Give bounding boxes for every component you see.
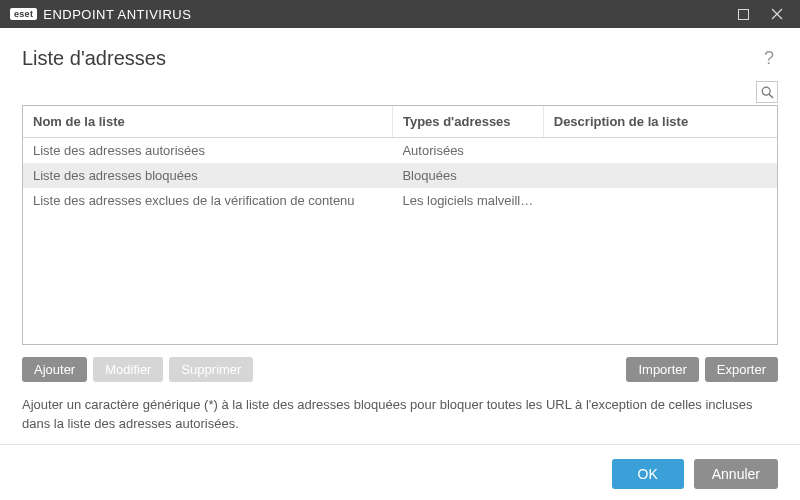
cell-type: Bloquées [392, 163, 543, 188]
cell-desc [543, 138, 777, 164]
cancel-button[interactable]: Annuler [694, 459, 778, 489]
add-button[interactable]: Ajouter [22, 357, 87, 382]
delete-button: Supprimer [169, 357, 253, 382]
col-name[interactable]: Nom de la liste [23, 106, 392, 138]
address-list-table: Nom de la liste Types d'adresses Descrip… [22, 105, 778, 345]
import-button[interactable]: Importer [626, 357, 698, 382]
dialog-footer: OK Annuler [0, 444, 800, 500]
list-actions-row: Ajouter Modifier Supprimer Importer Expo… [22, 357, 778, 382]
page-title: Liste d'adresses [22, 47, 166, 70]
cell-name: Liste des adresses exclues de la vérific… [23, 188, 392, 213]
table-row[interactable]: Liste des adresses bloquées Bloquées [23, 163, 777, 188]
edit-button: Modifier [93, 357, 163, 382]
cell-type: Les logiciels malveillants t... [392, 188, 543, 213]
hint-text: Ajouter un caractère générique (*) à la … [22, 396, 778, 434]
close-icon[interactable] [760, 0, 794, 28]
help-icon[interactable]: ? [760, 44, 778, 73]
table-row[interactable]: Liste des adresses exclues de la vérific… [23, 188, 777, 213]
svg-rect-0 [738, 9, 748, 19]
col-desc[interactable]: Description de la liste [543, 106, 777, 138]
export-button[interactable]: Exporter [705, 357, 778, 382]
brand-badge: eset [10, 8, 37, 20]
titlebar: eset ENDPOINT ANTIVIRUS [0, 0, 800, 28]
table-header-row: Nom de la liste Types d'adresses Descrip… [23, 106, 777, 138]
search-icon[interactable] [756, 81, 778, 103]
cell-name: Liste des adresses autorisées [23, 138, 392, 164]
cell-desc [543, 188, 777, 213]
cell-desc [543, 163, 777, 188]
table-row[interactable]: Liste des adresses autorisées Autorisées [23, 138, 777, 164]
app-title: ENDPOINT ANTIVIRUS [43, 7, 191, 22]
ok-button[interactable]: OK [612, 459, 684, 489]
col-type[interactable]: Types d'adresses [392, 106, 543, 138]
dialog-header: Liste d'adresses ? [0, 28, 800, 81]
svg-line-4 [769, 94, 773, 98]
svg-point-3 [762, 87, 770, 95]
cell-name: Liste des adresses bloquées [23, 163, 392, 188]
maximize-icon[interactable] [726, 0, 760, 28]
cell-type: Autorisées [392, 138, 543, 164]
